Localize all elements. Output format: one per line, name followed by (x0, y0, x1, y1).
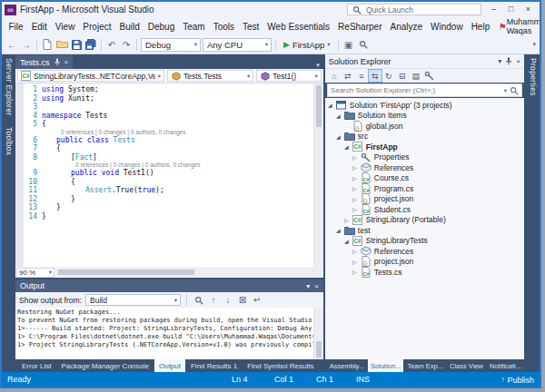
zoom-control[interactable]: 90 % ▾ (16, 268, 54, 278)
pin-icon[interactable] (54, 56, 61, 68)
menu-view[interactable]: View (51, 21, 79, 33)
menu-analyze[interactable]: Analyze (386, 21, 427, 33)
tool-tab-server-explorer[interactable]: Server Explorer (5, 58, 14, 116)
properties-icon[interactable] (423, 70, 436, 82)
tree-item[interactable]: ▷C#Program.cs (325, 183, 524, 194)
output-text[interactable]: Restoring NuGet packages...To prevent Nu… (15, 308, 313, 359)
menu-window[interactable]: Window (427, 21, 468, 33)
maximize-button[interactable]: □ (502, 3, 520, 16)
solution-explorer-search[interactable]: Search Solution Explorer (Ctrl+;) ▾ (327, 83, 522, 97)
find-icon[interactable] (357, 39, 370, 51)
scrollbar-thumb[interactable] (58, 270, 194, 275)
menu-file[interactable]: File (5, 21, 27, 33)
word-wrap-icon[interactable]: ↵ (251, 294, 263, 306)
expand-arrow-icon[interactable]: ▷ (352, 248, 358, 254)
publish-button[interactable]: ↑ Publish (500, 374, 534, 386)
collapse-arrow-icon[interactable]: ◢ (335, 133, 342, 140)
expand-arrow-icon[interactable]: ▷ (352, 175, 358, 181)
switch-views-icon[interactable]: ⇄ (342, 70, 354, 82)
menu-team[interactable]: Team (179, 21, 209, 33)
pin-icon[interactable] (505, 55, 512, 67)
expand-arrow-icon[interactable]: ▷ (352, 206, 358, 212)
refresh-icon[interactable]: ↻ (382, 70, 395, 82)
tree-item[interactable]: ▷References (325, 162, 524, 173)
save-all-icon[interactable] (84, 39, 97, 51)
document-tab-tests-cs[interactable]: Tests.cs × (15, 55, 73, 69)
solution-configurations-combo[interactable]: Debug ▾ (141, 38, 201, 52)
tree-item[interactable]: ▷C#Student.cs (325, 204, 524, 215)
nav-forward-icon[interactable]: → (20, 39, 33, 51)
menu-tools[interactable]: Tools (209, 21, 238, 33)
notifications-flag-icon[interactable]: ⚑ (499, 22, 507, 32)
tree-item[interactable]: ▷C#StringLibrary (Portable) (325, 215, 524, 226)
tree-item[interactable]: ◢Solution 'FirstApp' (3 projects) (325, 100, 524, 111)
sync-with-active-document-icon[interactable]: ⇆ (369, 70, 382, 82)
tree-item[interactable]: {}global.json (325, 121, 524, 132)
tab-notificati-[interactable]: Notificati... (487, 359, 524, 372)
tree-item[interactable]: ◢Solution Items (325, 111, 524, 122)
home-icon[interactable]: ⌂ (328, 70, 341, 82)
build-icon[interactable]: ▣ (342, 39, 355, 51)
pending-changes-filter-icon[interactable]: ≡ (355, 70, 368, 82)
toolbar-options-chevron-icon[interactable]: ▾ (532, 41, 536, 48)
member-dropdown[interactable]: Test1() ▾ (256, 70, 322, 82)
find-message-icon[interactable] (193, 294, 205, 306)
tab-error-list[interactable]: Error List (17, 359, 55, 372)
tree-item[interactable]: ▷Properties (325, 152, 524, 163)
expand-arrow-icon[interactable]: ▷ (352, 259, 358, 265)
user-account-area[interactable]: Muhammad Waqas WW (507, 17, 541, 35)
code-editor[interactable]: 1using System;2using Xunit;34namespace T… (24, 83, 313, 267)
close-icon[interactable]: × (64, 58, 69, 66)
menu-build[interactable]: Build (115, 21, 144, 33)
project-dropdown[interactable]: C# StringLibraryTests..NETCoreApp,Ver ▾ (17, 70, 164, 82)
menu-project[interactable]: Project (79, 21, 115, 33)
close-icon[interactable]: × (314, 282, 319, 290)
expand-arrow-icon[interactable]: ▷ (352, 269, 358, 275)
next-message-icon[interactable]: ↓ (222, 294, 234, 306)
expand-arrow-icon[interactable]: ▷ (352, 164, 358, 171)
clear-all-icon[interactable]: ⊠ (236, 294, 249, 306)
collapse-arrow-icon[interactable]: ◢ (343, 238, 350, 244)
start-debugging-button[interactable]: ▶ FirstApp ▾ (280, 40, 334, 50)
collapse-arrow-icon[interactable]: ◢ (335, 113, 342, 119)
scrollbar-thumb[interactable] (316, 85, 322, 127)
collapse-arrow-icon[interactable]: ◢ (343, 143, 350, 150)
tool-tab-properties[interactable]: Properties (529, 58, 538, 96)
tree-item[interactable]: ▷C#Course.cs (325, 173, 524, 184)
previous-message-icon[interactable]: ↑ (207, 294, 220, 306)
tab-package-manager-console[interactable]: Package Manager Console (56, 359, 154, 372)
tree-item[interactable]: ◢src (325, 132, 524, 142)
editor-horizontal-scrollbar[interactable] (56, 268, 322, 277)
minimize-button[interactable]: – (485, 3, 502, 16)
expand-arrow-icon[interactable]: ▷ (352, 154, 358, 161)
type-dropdown[interactable]: Tests.Tests ▾ (167, 70, 253, 82)
collapse-arrow-icon[interactable]: ◢ (327, 102, 333, 108)
collapse-all-icon[interactable]: ⊟ (396, 70, 409, 82)
show-all-files-icon[interactable]: ▤ (410, 70, 422, 82)
tree-item[interactable]: ◢C#StringLibraryTests (325, 236, 524, 247)
menu-web-essentials[interactable]: Web Essentials (263, 21, 334, 33)
expand-arrow-icon[interactable]: ▷ (352, 196, 358, 202)
redo-icon[interactable]: ↷ (120, 39, 133, 51)
solution-platforms-combo[interactable]: Any CPU ▾ (203, 38, 272, 52)
window-position-chevron-icon[interactable]: ▾ (498, 57, 501, 65)
expand-arrow-icon[interactable]: ▷ (352, 185, 358, 191)
expand-arrow-icon[interactable]: ▷ (343, 217, 350, 223)
tree-item[interactable]: ◢C#FirstApp (325, 142, 524, 152)
close-icon[interactable]: × (516, 57, 520, 65)
window-position-chevron-icon[interactable]: ▾ (306, 282, 310, 290)
menu-help[interactable]: Help (467, 21, 494, 33)
tab-solution-[interactable]: Solution... (368, 359, 403, 372)
tree-item[interactable]: ▷{}project.json (325, 194, 524, 205)
tab-team-exp-[interactable]: Team Exp... (404, 359, 446, 372)
output-source-combo[interactable]: Build ▾ (85, 294, 181, 306)
editor-vertical-scrollbar[interactable] (313, 83, 323, 267)
new-file-icon[interactable] (41, 39, 54, 51)
undo-icon[interactable]: ↶ (105, 39, 118, 51)
tab-find-results-1[interactable]: Find Results 1 (186, 359, 242, 372)
menu-test[interactable]: Test (239, 21, 263, 33)
menu-debug[interactable]: Debug (144, 21, 178, 33)
collapse-arrow-icon[interactable]: ◢ (335, 227, 342, 233)
close-button[interactable]: × (520, 3, 537, 16)
tree-item[interactable]: ▷C#Tests.cs (325, 267, 524, 278)
